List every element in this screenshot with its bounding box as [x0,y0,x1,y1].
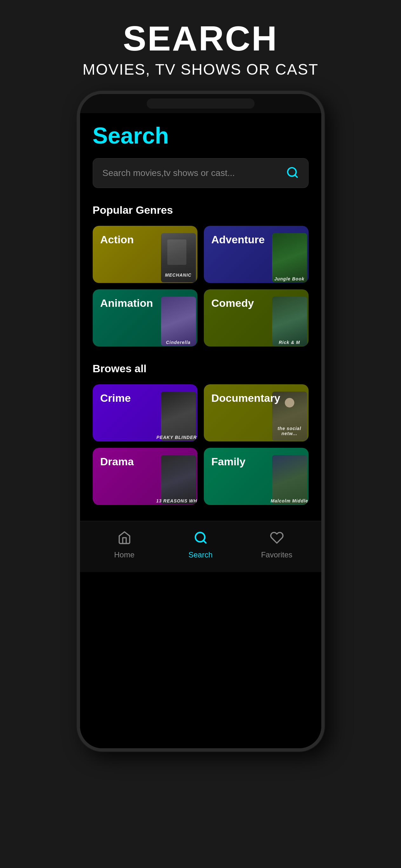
notch-bar [147,98,255,108]
genre-image-comedy: Rick & M [267,292,309,346]
poster-social-text: the social netw... [272,426,307,436]
phone-side-right [323,174,325,205]
genre-card-family[interactable]: Family Malcolm Middle [204,448,309,505]
browse-all-title: Browes all [93,362,309,375]
nav-label-home: Home [114,550,134,559]
search-nav-icon [194,531,208,548]
phone-wrapper: Search Search movies,tv shows or cast...… [77,91,325,868]
genre-image-drama: 13 REASONS WHY [156,451,197,505]
page-title: Search [93,123,309,149]
genre-label-documentary: Documentary [212,392,280,404]
phone-screen: Search Search movies,tv shows or cast...… [80,113,321,748]
genre-label-drama: Drama [100,456,134,468]
nav-item-home[interactable]: Home [86,531,162,559]
phone-frame: Search Search movies,tv shows or cast...… [77,91,325,751]
poster-mechanic: MECHANIC [161,233,196,282]
nav-label-favorites: Favorites [261,550,292,559]
nav-item-favorites[interactable]: Favorites [239,531,315,559]
poster-peaky: PEAKY BLINDERS [161,392,196,441]
genre-image-animation: Cinderella [156,292,197,346]
poster-ricknmorty: Rick & M [272,297,307,346]
popular-genres-title: Popular Genres [93,204,309,216]
genre-card-drama[interactable]: Drama 13 REASONS WHY [93,448,197,505]
genre-label-crime: Crime [100,392,131,404]
svg-line-1 [295,175,297,177]
power-button [323,174,325,205]
poster-family-text: Malcolm Middle [267,498,309,503]
search-input[interactable]: Search movies,tv shows or cast... [102,168,286,178]
phone-notch [80,94,321,113]
genre-card-comedy[interactable]: Comedy Rick & M [204,289,309,346]
genre-image-family: Malcolm Middle [267,451,309,505]
search-icon [286,166,299,180]
poster-peaky-text: PEAKY BLINDERS [156,435,197,440]
promo-header: SEARCH MOVIES, TV SHOWS OR CAST [0,0,401,91]
genre-label-family: Family [212,456,246,468]
phone-side-left [77,158,78,205]
poster-mechanic-text: MECHANIC [161,273,196,278]
popular-genres-grid: Action MECHANIC Adventure Jungle Book [93,226,309,346]
genre-card-documentary[interactable]: Documentary the social netw... [204,384,309,441]
genre-image-adventure: Jungle Book [267,229,309,283]
favorites-icon [270,531,284,548]
genre-image-crime: PEAKY BLINDERS [156,388,197,441]
promo-subtitle: MOVIES, TV SHOWS OR CAST [13,61,388,78]
volume-down-button [77,186,78,205]
nav-item-search[interactable]: Search [162,531,239,559]
search-bar[interactable]: Search movies,tv shows or cast... [93,158,309,188]
genre-card-adventure[interactable]: Adventure Jungle Book [204,226,309,283]
svg-line-3 [203,540,206,543]
bottom-nav: Home Search [80,521,321,572]
genre-card-action[interactable]: Action MECHANIC [93,226,197,283]
screen-content: Search Search movies,tv shows or cast...… [80,113,321,505]
poster-ricknmorty-text: Rick & M [267,340,309,345]
poster-drama-text: 13 REASONS WHY [156,498,197,503]
genre-label-comedy: Comedy [212,297,254,309]
genre-card-crime[interactable]: Crime PEAKY BLINDERS [93,384,197,441]
volume-up-button [77,158,78,177]
genre-label-action: Action [100,234,134,246]
genre-label-animation: Animation [100,297,153,309]
nav-label-search: Search [188,550,212,559]
poster-jungle: Jungle Book [272,233,307,282]
poster-cinderella-text: Cinderella [156,340,197,345]
poster-drama: 13 REASONS WHY [161,455,196,504]
poster-family: Malcolm Middle [272,455,307,504]
promo-title: SEARCH [13,19,388,58]
poster-jungle-text: Jungle Book [267,276,309,281]
home-icon [118,531,131,548]
poster-cinderella: Cinderella [161,297,196,346]
genre-label-adventure: Adventure [212,234,265,246]
genre-image-action: MECHANIC [156,229,197,283]
browse-all-grid: Crime PEAKY BLINDERS Documentary the s [93,384,309,505]
genre-card-animation[interactable]: Animation Cinderella [93,289,197,346]
